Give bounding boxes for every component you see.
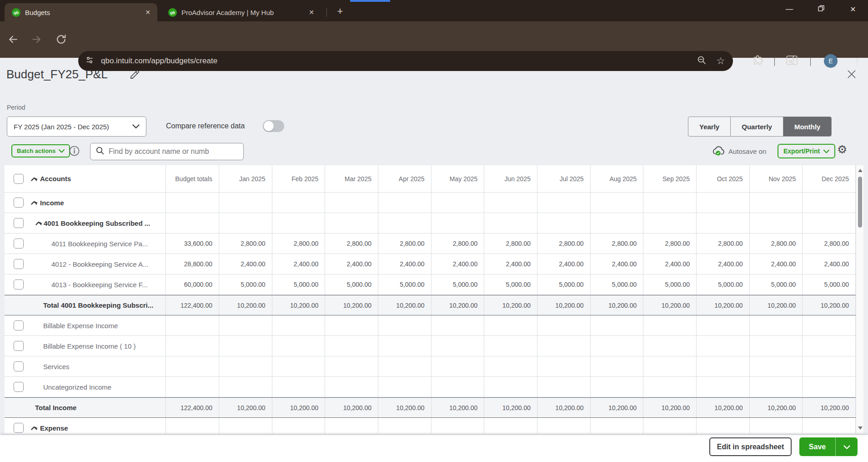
month-value-cell[interactable] [219,315,272,335]
save-button[interactable]: Save [799,437,836,456]
month-value-cell[interactable] [325,336,378,356]
back-button[interactable] [6,34,19,46]
budget-total-cell[interactable] [166,336,219,356]
month-value-cell[interactable]: 2,800.00 [325,234,378,254]
side-panel-icon[interactable] [785,54,798,68]
month-value-cell[interactable]: 5,000.00 [431,274,485,294]
month-value-cell[interactable]: 2,800.00 [378,234,431,254]
scroll-up-arrow[interactable] [858,169,863,172]
month-value-cell[interactable] [484,336,537,356]
account-search[interactable] [90,143,244,160]
tab-budgets[interactable]: qb Budgets ✕ [5,3,157,21]
month-value-cell[interactable] [803,336,856,356]
month-value-cell[interactable]: 2,800.00 [750,234,803,254]
month-value-cell[interactable] [431,377,485,397]
month-value-cell[interactable] [697,315,750,335]
month-value-cell[interactable] [750,336,803,356]
reload-button[interactable] [55,34,67,46]
month-value-cell[interactable] [643,356,697,376]
compare-reference-toggle[interactable] [263,120,284,132]
search-input[interactable] [109,147,240,156]
month-value-cell[interactable]: 5,000.00 [697,274,750,294]
month-value-cell[interactable]: 5,000.00 [803,274,856,294]
batch-actions-button[interactable]: Batch actions [11,144,70,157]
extensions-icon[interactable] [751,54,765,68]
month-value-cell[interactable] [484,315,537,335]
month-value-cell[interactable]: 2,800.00 [484,234,537,254]
budget-total-cell[interactable] [166,377,219,397]
month-value-cell[interactable] [643,377,697,397]
month-value-cell[interactable] [537,315,591,335]
month-value-cell[interactable] [484,377,537,397]
profile-avatar[interactable]: E [824,54,838,68]
window-restore-button[interactable] [811,0,832,18]
month-value-cell[interactable]: 2,800.00 [219,234,272,254]
budget-total-cell[interactable] [166,356,219,376]
month-value-cell[interactable] [272,315,326,335]
row-checkbox[interactable] [14,279,24,289]
month-value-cell[interactable] [272,377,326,397]
month-value-cell[interactable]: 5,000.00 [325,274,378,294]
tab-close-icon[interactable]: ✕ [306,7,316,17]
month-value-cell[interactable] [378,377,431,397]
month-value-cell[interactable]: 2,800.00 [591,234,644,254]
month-value-cell[interactable]: 2,800.00 [431,234,485,254]
month-value-cell[interactable]: 2,400.00 [643,254,697,274]
row-checkbox[interactable] [14,239,24,249]
address-bar[interactable]: qbo.intuit.com/app/budgets/create ☆ [78,51,733,71]
month-value-cell[interactable] [697,336,750,356]
month-value-cell[interactable]: 5,000.00 [643,274,697,294]
month-value-cell[interactable]: 2,400.00 [750,254,803,274]
month-value-cell[interactable]: 2,800.00 [272,234,326,254]
month-value-cell[interactable] [803,356,856,376]
collapse-all-caret-icon[interactable] [31,175,37,183]
month-value-cell[interactable] [591,315,644,335]
scroll-down-arrow[interactable] [858,426,863,430]
month-value-cell[interactable] [643,336,697,356]
month-value-cell[interactable]: 5,000.00 [537,274,591,294]
info-icon[interactable] [69,146,80,158]
month-value-cell[interactable] [537,377,591,397]
month-value-cell[interactable] [750,377,803,397]
row-checkbox[interactable] [14,259,24,269]
month-value-cell[interactable] [219,377,272,397]
row-checkbox[interactable] [14,320,24,330]
month-value-cell[interactable]: 2,400.00 [272,254,326,274]
tab-close-icon[interactable]: ✕ [143,7,153,17]
month-value-cell[interactable] [325,377,378,397]
view-yearly-button[interactable]: Yearly [688,117,731,136]
month-value-cell[interactable]: 2,800.00 [803,234,856,254]
zoom-indicator-icon[interactable] [695,54,708,68]
month-value-cell[interactable] [803,315,856,335]
budget-total-cell[interactable]: 33,600.00 [166,234,219,254]
month-value-cell[interactable]: 2,400.00 [697,254,750,274]
month-value-cell[interactable]: 2,800.00 [643,234,697,254]
month-value-cell[interactable] [750,315,803,335]
budget-total-cell[interactable] [166,315,219,335]
month-value-cell[interactable] [643,315,697,335]
window-minimize-button[interactable]: — [779,0,800,18]
month-value-cell[interactable] [431,315,485,335]
month-value-cell[interactable]: 5,000.00 [750,274,803,294]
month-value-cell[interactable]: 2,400.00 [591,254,644,274]
month-value-cell[interactable] [591,336,644,356]
browser-menu-icon[interactable]: ⋮ [852,54,862,68]
view-monthly-button[interactable]: Monthly [783,117,832,136]
month-value-cell[interactable]: 2,800.00 [537,234,591,254]
month-value-cell[interactable]: 2,400.00 [537,254,591,274]
month-value-cell[interactable]: 5,000.00 [219,274,272,294]
row-checkbox[interactable] [14,341,24,351]
collapse-caret-icon[interactable] [31,426,37,430]
month-value-cell[interactable]: 5,000.00 [378,274,431,294]
month-value-cell[interactable] [431,356,485,376]
site-settings-icon[interactable] [85,55,95,67]
month-value-cell[interactable]: 5,000.00 [484,274,537,294]
collapse-caret-icon[interactable] [35,221,42,225]
month-value-cell[interactable] [378,336,431,356]
month-value-cell[interactable]: 2,800.00 [697,234,750,254]
month-value-cell[interactable]: 2,400.00 [378,254,431,274]
month-value-cell[interactable] [591,356,644,376]
edit-title-pencil-icon[interactable] [130,69,140,81]
month-value-cell[interactable] [219,336,272,356]
month-value-cell[interactable] [537,356,591,376]
